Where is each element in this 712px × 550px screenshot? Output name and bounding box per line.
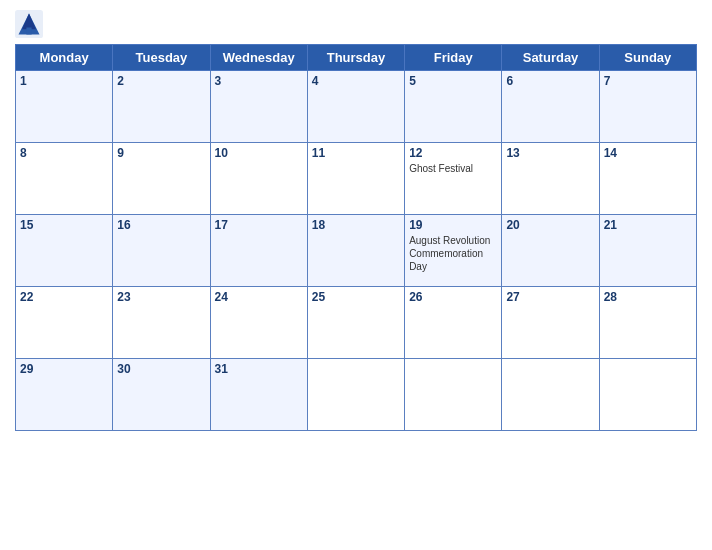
calendar-cell: 19August Revolution Commemoration Day bbox=[405, 215, 502, 287]
calendar-cell: 8 bbox=[16, 143, 113, 215]
calendar-cell: 18 bbox=[307, 215, 404, 287]
logo bbox=[15, 10, 47, 38]
calendar-cell: 6 bbox=[502, 71, 599, 143]
calendar-cell: 31 bbox=[210, 359, 307, 431]
day-number: 1 bbox=[20, 74, 108, 88]
day-number: 28 bbox=[604, 290, 692, 304]
calendar-cell: 2 bbox=[113, 71, 210, 143]
calendar-cell: 10 bbox=[210, 143, 307, 215]
calendar-cell bbox=[307, 359, 404, 431]
day-number: 30 bbox=[117, 362, 205, 376]
day-number: 14 bbox=[604, 146, 692, 160]
day-number: 2 bbox=[117, 74, 205, 88]
weekday-header-sunday: Sunday bbox=[599, 45, 696, 71]
day-number: 10 bbox=[215, 146, 303, 160]
calendar-cell: 25 bbox=[307, 287, 404, 359]
event-label: August Revolution Commemoration Day bbox=[409, 234, 497, 273]
header bbox=[15, 10, 697, 38]
calendar-cell: 5 bbox=[405, 71, 502, 143]
day-number: 16 bbox=[117, 218, 205, 232]
calendar-cell bbox=[405, 359, 502, 431]
week-row-2: 89101112Ghost Festival1314 bbox=[16, 143, 697, 215]
weekday-header-row: MondayTuesdayWednesdayThursdayFridaySatu… bbox=[16, 45, 697, 71]
calendar-cell: 14 bbox=[599, 143, 696, 215]
day-number: 27 bbox=[506, 290, 594, 304]
weekday-header-wednesday: Wednesday bbox=[210, 45, 307, 71]
calendar-cell: 1 bbox=[16, 71, 113, 143]
day-number: 8 bbox=[20, 146, 108, 160]
day-number: 17 bbox=[215, 218, 303, 232]
weekday-header-monday: Monday bbox=[16, 45, 113, 71]
calendar-cell: 9 bbox=[113, 143, 210, 215]
weekday-header-tuesday: Tuesday bbox=[113, 45, 210, 71]
calendar-cell bbox=[502, 359, 599, 431]
calendar-cell: 17 bbox=[210, 215, 307, 287]
day-number: 22 bbox=[20, 290, 108, 304]
day-number: 21 bbox=[604, 218, 692, 232]
day-number: 3 bbox=[215, 74, 303, 88]
svg-rect-3 bbox=[26, 28, 31, 35]
day-number: 29 bbox=[20, 362, 108, 376]
calendar-cell: 28 bbox=[599, 287, 696, 359]
week-row-1: 1234567 bbox=[16, 71, 697, 143]
week-row-5: 293031 bbox=[16, 359, 697, 431]
day-number: 19 bbox=[409, 218, 497, 232]
weekday-header-friday: Friday bbox=[405, 45, 502, 71]
calendar-cell: 11 bbox=[307, 143, 404, 215]
day-number: 24 bbox=[215, 290, 303, 304]
calendar-cell: 27 bbox=[502, 287, 599, 359]
day-number: 20 bbox=[506, 218, 594, 232]
weekday-header-saturday: Saturday bbox=[502, 45, 599, 71]
calendar-cell: 29 bbox=[16, 359, 113, 431]
weekday-header-thursday: Thursday bbox=[307, 45, 404, 71]
calendar-cell: 15 bbox=[16, 215, 113, 287]
day-number: 5 bbox=[409, 74, 497, 88]
day-number: 26 bbox=[409, 290, 497, 304]
day-number: 7 bbox=[604, 74, 692, 88]
day-number: 6 bbox=[506, 74, 594, 88]
day-number: 12 bbox=[409, 146, 497, 160]
calendar-cell: 12Ghost Festival bbox=[405, 143, 502, 215]
week-row-4: 22232425262728 bbox=[16, 287, 697, 359]
day-number: 4 bbox=[312, 74, 400, 88]
day-number: 9 bbox=[117, 146, 205, 160]
calendar-cell: 20 bbox=[502, 215, 599, 287]
day-number: 15 bbox=[20, 218, 108, 232]
calendar-cell: 3 bbox=[210, 71, 307, 143]
day-number: 31 bbox=[215, 362, 303, 376]
day-number: 13 bbox=[506, 146, 594, 160]
calendar-cell: 30 bbox=[113, 359, 210, 431]
week-row-3: 1516171819August Revolution Commemoratio… bbox=[16, 215, 697, 287]
calendar-table: MondayTuesdayWednesdayThursdayFridaySatu… bbox=[15, 44, 697, 431]
logo-icon bbox=[15, 10, 43, 38]
calendar-cell: 21 bbox=[599, 215, 696, 287]
calendar-cell bbox=[599, 359, 696, 431]
calendar-cell: 23 bbox=[113, 287, 210, 359]
page: MondayTuesdayWednesdayThursdayFridaySatu… bbox=[0, 0, 712, 550]
calendar-cell: 7 bbox=[599, 71, 696, 143]
day-number: 11 bbox=[312, 146, 400, 160]
day-number: 25 bbox=[312, 290, 400, 304]
calendar-cell: 22 bbox=[16, 287, 113, 359]
event-label: Ghost Festival bbox=[409, 162, 497, 175]
calendar-cell: 4 bbox=[307, 71, 404, 143]
calendar-cell: 24 bbox=[210, 287, 307, 359]
calendar-cell: 13 bbox=[502, 143, 599, 215]
calendar-cell: 16 bbox=[113, 215, 210, 287]
day-number: 23 bbox=[117, 290, 205, 304]
calendar-cell: 26 bbox=[405, 287, 502, 359]
day-number: 18 bbox=[312, 218, 400, 232]
